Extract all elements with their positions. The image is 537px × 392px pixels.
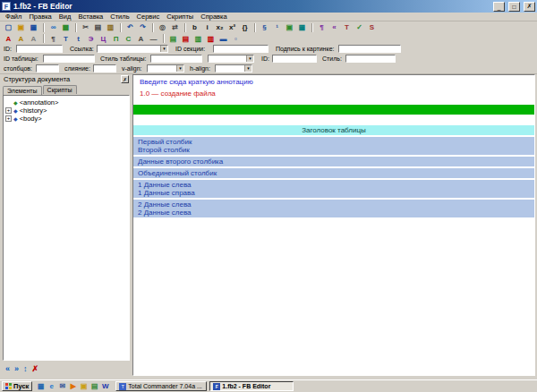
find-icon[interactable]: ◎ [157,22,168,33]
history-line[interactable]: 1.0 — создание файла [140,89,534,98]
open-folder-icon[interactable]: ▣ [15,22,27,33]
table-align-select[interactable]: ▾ [208,55,254,63]
new-file-icon[interactable]: ▢ [3,22,14,33]
script-icon[interactable]: S [366,22,378,33]
insert-image-icon[interactable]: ▣ [284,22,295,33]
tab-elements[interactable]: Элементы [3,86,42,95]
bold-icon[interactable]: b [189,22,200,33]
clear-format-icon[interactable]: A [28,33,39,44]
section-id-input[interactable] [213,45,268,53]
media-player-icon[interactable]: ▶ [68,381,78,391]
task-fb-editor[interactable]: F 1.fb2 - FB Editor [209,381,294,391]
menu-tools[interactable]: Сервис [133,13,164,21]
validate-icon[interactable]: ✓ [354,22,365,33]
tree-item-body[interactable]: + ◆ <body> [5,115,127,123]
dropdown-arrow-icon[interactable]: ▾ [244,65,251,72]
folder-icon[interactable]: ▣ [79,381,89,391]
anchor-icon[interactable]: § [259,22,270,33]
add-row-icon[interactable]: ▤ [167,33,179,44]
image-caption-input[interactable] [338,45,401,53]
start-button[interactable]: Пуск [2,381,32,391]
title-icon[interactable]: T [341,22,353,33]
link-icon[interactable]: ∞ [47,22,59,33]
menu-scripts[interactable]: Скрипты [163,13,197,21]
expander-icon[interactable]: + [5,115,12,122]
annotation-hint[interactable]: Введите сюда краткую аннотацию [140,78,534,86]
table-cell-text[interactable]: 2 Данные слева [133,200,534,209]
table-cell-text[interactable]: Объединенный столбик [133,169,534,177]
close-button[interactable]: ✗ [524,2,535,12]
show-desktop-icon[interactable]: ▦ [36,381,46,391]
cell-id-input[interactable] [272,55,317,63]
image-icon[interactable]: ▩ [60,22,72,33]
insert-table-icon[interactable]: ▦ [296,22,308,33]
undo-icon[interactable]: ↶ [124,22,136,33]
table-cell-text[interactable]: 2 Данные слева [133,209,534,217]
table-id-input[interactable] [43,55,95,63]
replace-icon[interactable]: ⇄ [169,22,181,33]
minimize-button[interactable]: _ [493,2,505,12]
section-title-bar[interactable] [133,105,534,115]
notepad-icon[interactable]: ▤ [90,381,99,391]
table-style-input[interactable] [150,55,202,63]
stanza-icon[interactable]: С [123,33,134,44]
menu-file[interactable]: Файл [2,13,25,21]
menu-edit[interactable]: Правка [25,13,55,21]
task-total-commander[interactable]: T Total Commander 7.04a ... [115,381,207,391]
poem-icon[interactable]: ¶ [316,22,328,33]
cell-style-input[interactable] [345,55,396,63]
colspan-input[interactable] [36,64,59,72]
valign-select[interactable]: ▾ [147,64,184,72]
cite-icon[interactable]: « [328,22,340,33]
table-row[interactable]: 1 Данные слева 1 Данные справа [133,180,534,198]
cut-icon[interactable]: ✂ [80,22,91,33]
editor-area[interactable]: Введите сюда краткую аннотацию 1.0 — соз… [132,74,535,376]
maximize-button[interactable]: □ [508,2,520,12]
merge-cells-icon[interactable]: ▬ [217,33,229,44]
menu-view[interactable]: Вид [55,13,75,21]
delete-row-icon[interactable]: ▤ [180,33,192,44]
table-cell-text[interactable]: 1 Данные слева [133,181,534,189]
epigraph-icon[interactable]: Э [85,33,97,44]
menu-help[interactable]: Справка [197,13,230,21]
id-input[interactable] [16,45,63,53]
expander-icon[interactable]: + [5,107,12,114]
dropdown-arrow-icon[interactable]: ▾ [246,55,253,62]
word-icon[interactable]: W [100,381,110,391]
link-input[interactable] [98,46,167,52]
menu-insert[interactable]: Вставка [74,13,107,21]
panel-close-button[interactable]: ✗ [121,75,129,83]
tab-scripts[interactable]: Скрипты [43,85,77,94]
paragraph-icon[interactable]: ¶ [47,33,59,44]
ie-icon[interactable]: e [47,381,56,391]
nav-back-icon[interactable]: « [5,364,10,373]
tree-item-history[interactable]: + ◆ <history> [5,107,127,115]
delete-column-icon[interactable]: ▥ [205,33,217,44]
superscript-icon[interactable]: x² [226,22,238,33]
redo-icon[interactable]: ↷ [137,22,149,33]
table-cell-text[interactable]: Второй столбик [133,146,534,154]
halign-select[interactable]: ▾ [215,64,252,72]
empty-line-icon[interactable]: — [148,33,159,44]
highlight-icon[interactable]: A [15,33,27,44]
footnote-icon[interactable]: ¹ [271,22,283,33]
delete-node-icon[interactable]: ✗ [32,364,39,373]
mail-icon[interactable]: ✉ [57,381,67,391]
italic-icon[interactable]: i [201,22,213,33]
structure-tree[interactable]: ◆ <annotation> + ◆ <history> + ◆ <body> [3,95,130,361]
paste-icon[interactable]: ▥ [105,22,116,33]
table-header[interactable]: Заголовок таблицы [133,125,534,135]
table-row[interactable]: Объединенный столбик [133,168,534,178]
subscript-icon[interactable]: x₂ [214,22,226,33]
table-cell-text[interactable]: Первый столбик [133,138,534,146]
dropdown-arrow-icon[interactable]: ▾ [160,46,167,52]
menu-style[interactable]: Стиль [107,13,132,21]
poem-style-icon[interactable]: П [110,33,122,44]
code-icon[interactable]: {} [239,22,251,33]
subtitle-icon[interactable]: t [72,33,84,44]
add-column-icon[interactable]: ▥ [192,33,204,44]
title-style-icon[interactable]: T [60,33,72,44]
table-cell-text[interactable]: Данные второго столбика [133,158,534,166]
tree-item-annotation[interactable]: ◆ <annotation> [5,98,127,107]
text-author-icon[interactable]: А [135,33,147,44]
